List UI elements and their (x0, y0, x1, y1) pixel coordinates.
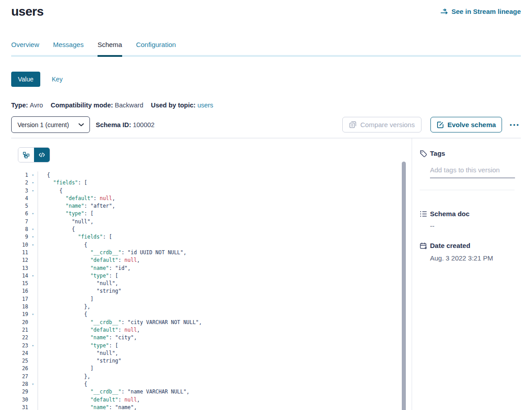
line-number: 30 (11, 396, 28, 404)
line-number: 16 (11, 287, 28, 295)
code-line: 30 "default": null, (11, 396, 412, 404)
fold-marker-icon[interactable]: ▾ (28, 233, 38, 241)
code-line: 12 "default": null, (11, 256, 412, 264)
code-line: 3▾ { (11, 187, 412, 195)
line-number: 12 (11, 256, 28, 264)
fold-gutter (28, 404, 38, 410)
schema-code-area: 1▾{2▾ "fields": [3▾ {4 "default": null,5… (11, 138, 412, 410)
fold-marker-icon[interactable]: ▾ (28, 342, 38, 350)
code-line: 13 "name": "id", (11, 265, 412, 272)
line-number: 26 (11, 365, 28, 372)
tree-hierarchy-icon (23, 152, 30, 158)
line-number: 29 (11, 388, 28, 396)
list-icon (420, 210, 430, 218)
code-text: "name": "after", (38, 202, 115, 210)
add-tags-input[interactable] (430, 166, 515, 178)
code-line: 2▾ "fields": [ (11, 179, 412, 187)
code-line: 23▾ "type": [ (11, 342, 412, 350)
code-line: 21 "default": null, (11, 326, 412, 334)
line-number: 7 (11, 218, 28, 226)
code-line: 5 "name": "after", (11, 202, 412, 210)
code-text: { (38, 241, 87, 249)
code-lines: 1▾{2▾ "fields": [3▾ {4 "default": null,5… (11, 171, 412, 410)
fold-marker-icon[interactable]: ▾ (28, 179, 38, 187)
fold-gutter (28, 350, 38, 357)
line-number: 21 (11, 326, 28, 334)
code-text: "string" (38, 357, 121, 365)
schema-panel: 1▾{2▾ "fields": [3▾ {4 "default": null,5… (11, 138, 521, 410)
value-toggle-button[interactable]: Value (11, 72, 40, 87)
see-in-stream-lineage-link[interactable]: See in Stream lineage (440, 8, 521, 15)
code-line: 6▾ "type": [ (11, 210, 412, 218)
compare-versions-label: Compare versions (360, 121, 415, 128)
code-scrollbar-thumb[interactable] (402, 162, 406, 410)
code-line: 4 "default": null, (11, 195, 412, 202)
line-number: 14 (11, 272, 28, 280)
code-text: { (38, 226, 75, 233)
line-number: 28 (11, 380, 28, 388)
fold-gutter (28, 202, 38, 210)
schema-view-toggle (18, 147, 50, 162)
fold-marker-icon[interactable]: ▾ (28, 210, 38, 218)
key-toggle-link[interactable]: Key (52, 76, 63, 83)
schema-meta-row: Type:Avro Compatibility mode:Backward Us… (11, 102, 521, 109)
code-text: "null", (38, 218, 94, 226)
code-text: "type": [ (38, 272, 118, 280)
fold-gutter (28, 326, 38, 334)
fold-gutter (28, 249, 38, 256)
fold-marker-icon[interactable]: ▾ (28, 272, 38, 280)
type-value: Avro (30, 102, 43, 109)
code-line: 29 "__crdb__": "name VARCHAR NULL", (11, 388, 412, 396)
more-options-button[interactable]: ••• (509, 120, 521, 129)
compare-versions-button[interactable]: Compare versions (342, 117, 421, 132)
fold-gutter (28, 319, 38, 326)
edit-icon (437, 121, 444, 128)
chevron-down-icon (78, 123, 84, 127)
fold-marker-icon[interactable]: ▾ (28, 241, 38, 249)
code-text: "null", (38, 280, 118, 287)
compatibility-label: Compatibility mode: (51, 102, 113, 109)
version-bar: Version 1 (current) Schema ID:100002 Com… (11, 116, 521, 133)
fold-marker-icon[interactable]: ▾ (28, 311, 38, 318)
fold-marker-icon[interactable]: ▾ (28, 171, 38, 179)
code-view-button[interactable] (34, 148, 50, 162)
line-number: 22 (11, 334, 28, 342)
evolve-schema-button[interactable]: Evolve schema (430, 117, 502, 132)
code-text: "type": [ (38, 210, 94, 218)
date-created-section-header: Date created (420, 242, 515, 250)
line-number: 2 (11, 179, 28, 187)
tag-icon (420, 149, 430, 158)
tab-configuration[interactable]: Configuration (136, 41, 176, 55)
code-line: 27 }, (11, 373, 412, 380)
tags-heading: Tags (430, 149, 445, 158)
code-text: "default": null, (38, 256, 140, 264)
code-line: 17 ] (11, 295, 412, 303)
tab-messages[interactable]: Messages (53, 41, 84, 55)
type-label: Type: (11, 102, 28, 109)
code-line: 31 "name": "name", (11, 404, 412, 410)
date-created-value: Aug. 3 2022 3:21 PM (430, 254, 515, 262)
code-brackets-icon (38, 152, 45, 158)
fold-marker-icon[interactable]: ▾ (28, 380, 38, 388)
version-select-value: Version 1 (current) (17, 121, 69, 128)
fold-marker-icon[interactable]: ▾ (28, 226, 38, 233)
fold-gutter (28, 357, 38, 365)
fold-gutter (28, 256, 38, 264)
topic-link[interactable]: users (197, 102, 213, 109)
code-text: "name": "city", (38, 334, 137, 342)
line-number: 23 (11, 342, 28, 350)
tree-view-button[interactable] (18, 148, 34, 162)
schema-id-label: Schema ID: (96, 121, 131, 128)
tab-schema[interactable]: Schema (98, 41, 122, 55)
code-text: "default": null, (38, 396, 140, 404)
tab-overview[interactable]: Overview (11, 41, 39, 55)
schema-page: users See in Stream lineage Overview Mes… (0, 0, 532, 410)
schema-doc-value: -- (430, 222, 515, 230)
fold-gutter (28, 365, 38, 372)
code-line: 15 "null", (11, 280, 412, 287)
code-text: { (38, 171, 50, 179)
code-line: 8▾ { (11, 226, 412, 233)
version-select[interactable]: Version 1 (current) (11, 116, 90, 133)
fold-marker-icon[interactable]: ▾ (28, 187, 38, 195)
schema-id-value: 100002 (133, 121, 154, 128)
